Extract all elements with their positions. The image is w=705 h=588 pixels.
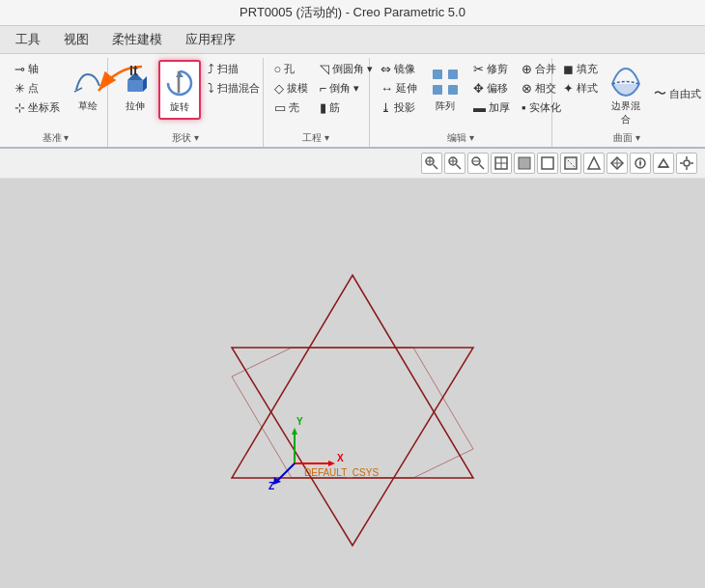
svg-rect-11: [448, 85, 458, 95]
extrude-label: 拉伸: [126, 99, 145, 113]
chamfer-icon: ◹: [320, 62, 329, 76]
edit-col2: ✂ 修剪 ✥ 偏移 ▬ 加厚: [468, 60, 515, 117]
svg-rect-7: [178, 71, 180, 93]
svg-text:Z: Z: [268, 481, 274, 491]
edit-col1: ⇔ 镜像 ↔ 延伸 ⤓ 投影: [376, 60, 422, 117]
point-button[interactable]: ✳ 点: [10, 79, 65, 98]
extend-button[interactable]: ↔ 延伸: [376, 79, 422, 98]
chamfer-angle-icon: ⌐: [320, 81, 327, 96]
thicken-icon: ▬: [473, 100, 486, 115]
svg-marker-30: [588, 157, 600, 169]
menu-view[interactable]: 视图: [52, 28, 100, 51]
svg-text:Y: Y: [296, 416, 303, 427]
zoom-fit-btn[interactable]: [421, 153, 442, 174]
view-display-btn[interactable]: [491, 153, 512, 174]
revolve-button[interactable]: 旋转: [158, 60, 201, 120]
extrude-icon: [118, 65, 153, 99]
edit-group-label[interactable]: 编辑 ▾: [370, 131, 551, 145]
axis-button[interactable]: ⊸ 轴: [10, 60, 65, 78]
engineering-group-label[interactable]: 工程 ▾: [264, 131, 369, 145]
svg-rect-9: [448, 70, 458, 79]
coord-icon: ⊹: [14, 100, 25, 115]
sweep-col: ⤴ 扫描 ⤵ 扫描混合: [203, 60, 265, 98]
surface-group-label[interactable]: 曲面 ▾: [552, 131, 701, 145]
ribbon-group-edit: ⇔ 镜像 ↔ 延伸 ⤓ 投影: [370, 58, 552, 147]
zoom-in-btn[interactable]: [444, 153, 465, 174]
draft-icon: ◇: [274, 81, 284, 96]
menu-tools[interactable]: 工具: [4, 28, 52, 51]
sweep-blend-button[interactable]: ⤵ 扫描混合: [203, 79, 265, 98]
ribbon: It ⊸ 轴 ✳ 点 ⊹ 坐标系: [0, 54, 705, 149]
repaint-btn[interactable]: [630, 153, 651, 174]
hidden-line-btn[interactable]: [560, 153, 581, 174]
sweep-button[interactable]: ⤴ 扫描: [203, 60, 265, 78]
svg-text:DEFAULT_CSYS: DEFAULT_CSYS: [304, 467, 379, 478]
perspective-btn[interactable]: [583, 153, 605, 174]
move-button[interactable]: ✥ 偏移: [468, 79, 515, 98]
canvas-area[interactable]: X Y Z DEFAULT_CSYS: [0, 179, 705, 588]
mirror-icon: ⇔: [381, 62, 391, 76]
zoom-out-btn[interactable]: [467, 153, 489, 174]
boundary-blend-button[interactable]: 边界混合: [605, 60, 647, 131]
fill-icon: ◼: [563, 62, 574, 76]
point-icon: ✳: [14, 81, 25, 96]
menu-bar: 工具 视图 柔性建模 应用程序: [0, 26, 705, 54]
revolve-icon: [162, 66, 197, 100]
sweep-icon: ⤴: [208, 62, 214, 76]
view-3d-btn[interactable]: [653, 153, 674, 174]
surf-col1: ◼ 填充 ✦ 样式: [558, 60, 603, 98]
eng-col1: ○ 孔 ◇ 拔模 ▭ 壳: [269, 60, 313, 117]
axis-icon: ⊸: [14, 62, 25, 76]
shape-group-label[interactable]: 形状 ▾: [108, 131, 263, 145]
ribbon-group-engineering: ○ 孔 ◇ 拔模 ▭ 壳 ◹ 倒圆角 ▾ ⌐ 倒: [264, 58, 370, 147]
datum-col: ⊸ 轴 ✳ 点 ⊹ 坐标系: [10, 60, 65, 117]
svg-rect-8: [433, 70, 442, 79]
rib-icon: ▮: [320, 100, 326, 115]
thicken-button[interactable]: ▬ 加厚: [468, 98, 515, 117]
sweep-blend-icon: ⤵: [208, 81, 214, 96]
svg-line-21: [480, 165, 485, 170]
shell-icon: ▭: [274, 100, 286, 115]
fill-button[interactable]: ◼ 填充: [558, 60, 603, 78]
settings-btn[interactable]: [676, 153, 697, 174]
move-icon: ✥: [473, 81, 484, 96]
draft-button[interactable]: ◇ 拔模: [269, 79, 313, 98]
solidify-icon: ▪: [522, 100, 526, 115]
svg-point-35: [684, 160, 690, 166]
hole-icon: ○: [274, 62, 282, 76]
revolve-label: 旋转: [170, 100, 189, 114]
mirror-button[interactable]: ⇔ 镜像: [376, 60, 422, 78]
svg-rect-26: [519, 157, 530, 169]
trim-button[interactable]: ✂ 修剪: [468, 60, 515, 78]
array-label: 阵列: [436, 99, 455, 113]
menu-applications[interactable]: 应用程序: [174, 28, 247, 51]
wireframe-btn[interactable]: [537, 153, 558, 174]
sketch-button[interactable]: 草绘: [67, 60, 109, 118]
hole-button[interactable]: ○ 孔: [269, 60, 313, 78]
surf-col2: 〜 自由式: [649, 60, 705, 104]
project-button[interactable]: ⤓ 投影: [376, 98, 422, 117]
menu-flexible-modeling[interactable]: 柔性建模: [100, 28, 174, 51]
sketch-icon: [70, 65, 105, 99]
chamfer-angle-button[interactable]: ⌐ 倒角 ▾: [315, 79, 378, 98]
coord-button[interactable]: ⊹ 坐标系: [10, 98, 65, 117]
array-button[interactable]: 阵列: [424, 60, 466, 118]
eng-col2: ◹ 倒圆角 ▾ ⌐ 倒角 ▾ ▮ 筋: [315, 60, 378, 117]
datum-group-label[interactable]: 基准 ▾: [4, 131, 107, 145]
title-bar: PRT0005 (活动的) - Creo Parametric 5.0: [0, 0, 705, 26]
freeform-button[interactable]: 〜 自由式: [649, 83, 705, 104]
svg-marker-4: [127, 72, 143, 80]
project-icon: ⤓: [381, 100, 391, 115]
extrude-button[interactable]: 拉伸: [114, 60, 156, 118]
svg-line-13: [434, 165, 438, 170]
freeform-icon: 〜: [654, 85, 666, 102]
shell-button[interactable]: ▭ 壳: [269, 98, 313, 117]
intersect-icon: ⊗: [522, 81, 532, 96]
svg-text:X: X: [337, 453, 344, 463]
shading-btn[interactable]: [514, 153, 535, 174]
orient-btn[interactable]: [606, 153, 628, 174]
style-button[interactable]: ✦ 样式: [558, 79, 603, 98]
rib-button[interactable]: ▮ 筋: [315, 98, 378, 117]
array-icon: [428, 65, 463, 99]
chamfer-button[interactable]: ◹ 倒圆角 ▾: [315, 60, 378, 78]
